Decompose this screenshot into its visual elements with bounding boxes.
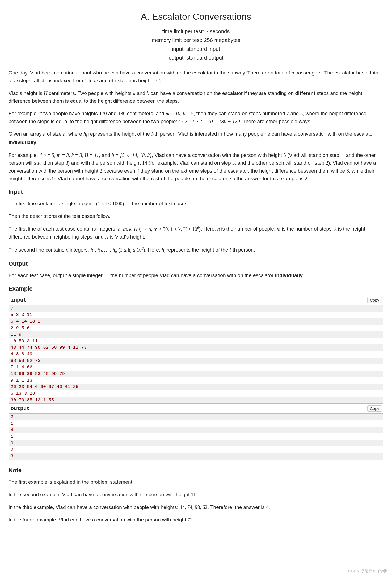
limits-block: time limit per test: 2 seconds memory li…: [9, 27, 383, 62]
input-p2: Then the descriptions of the test cases …: [9, 212, 383, 220]
code-line: 7 1 4 66: [9, 364, 383, 371]
code-line: 30 70 85 13 1 55: [9, 397, 383, 404]
code-line: 1: [9, 420, 383, 427]
input-spec: input: standard input: [9, 45, 383, 53]
code-line: 4 8 8 49: [9, 351, 383, 358]
code-line: 43 44 74 98 62 60 99 4 11 73: [9, 344, 383, 351]
problem-title: A. Escalator Conversations: [9, 10, 383, 24]
code-line: 1: [9, 433, 383, 440]
statement-p3: For example, if two people have heights …: [9, 110, 383, 125]
code-line: 2 9 5 6: [9, 325, 383, 332]
code-line: 4: [9, 427, 383, 434]
code-line: 10 50 3 11: [9, 338, 383, 345]
code-line: 6 13 3 28: [9, 390, 383, 397]
output-p1: For each test case, output a single inte…: [9, 271, 383, 279]
input-p3: The first line of each test case contain…: [9, 225, 383, 241]
output-code: 2141003: [9, 414, 383, 459]
note-p1: The first example is explained in the pr…: [9, 478, 383, 486]
code-line: 0: [9, 440, 383, 447]
input-p1: The first line contains a single integer…: [9, 200, 383, 207]
statement-p5: For example, if n = 5, m = 3, k = 3, H =…: [9, 151, 383, 183]
note-p2: In the second example, Vlad can have a c…: [9, 491, 383, 498]
output-section-title: Output: [9, 259, 383, 268]
code-line: 18 66 39 83 48 99 79: [9, 371, 383, 377]
input-header: input Copy: [9, 295, 383, 305]
output-spec: output: standard output: [9, 54, 383, 62]
output-header: output Copy: [9, 403, 383, 414]
code-line: 3: [9, 453, 383, 460]
code-line: 5 4 14 18 2: [9, 318, 383, 325]
statement-p2: Vlad's height is H centimeters. Two peop…: [9, 89, 383, 105]
example-section-title: Example: [9, 284, 383, 293]
code-line: 7: [9, 305, 383, 312]
code-line: 9 1 1 13: [9, 377, 383, 384]
input-p4: The second line contains n integers: h1,…: [9, 246, 383, 254]
note-p3: In the third example, Vlad can have a co…: [9, 503, 383, 511]
code-line: 2: [9, 414, 383, 420]
code-line: 0: [9, 446, 383, 453]
input-label: input: [11, 296, 27, 304]
output-label: output: [11, 404, 30, 413]
code-line: 5 3 3 11: [9, 312, 383, 318]
time-limit: time limit per test: 2 seconds: [9, 27, 383, 36]
input-code: 75 3 3 115 4 14 18 22 9 5 611 910 50 3 1…: [9, 305, 383, 404]
note-section-title: Note: [9, 466, 383, 475]
copy-output-button[interactable]: Copy: [367, 405, 382, 412]
statement-p1: One day, Vlad became curious about who h…: [9, 69, 383, 85]
code-line: 68 58 82 73: [9, 358, 383, 364]
note-p4: In the fourth example, Vlad can have a c…: [9, 516, 383, 524]
copy-input-button[interactable]: Copy: [367, 297, 382, 303]
input-section-title: Input: [9, 187, 383, 196]
example-box: input Copy 75 3 3 115 4 14 18 22 9 5 611…: [9, 295, 383, 460]
code-line: 11 9: [9, 331, 383, 338]
memory-limit: memory limit per test: 256 megabytes: [9, 36, 383, 44]
code-line: 26 23 84 6 60 87 40 41 25: [9, 384, 383, 390]
statement-p4: Given an array h of size n, where hi rep…: [9, 130, 383, 146]
